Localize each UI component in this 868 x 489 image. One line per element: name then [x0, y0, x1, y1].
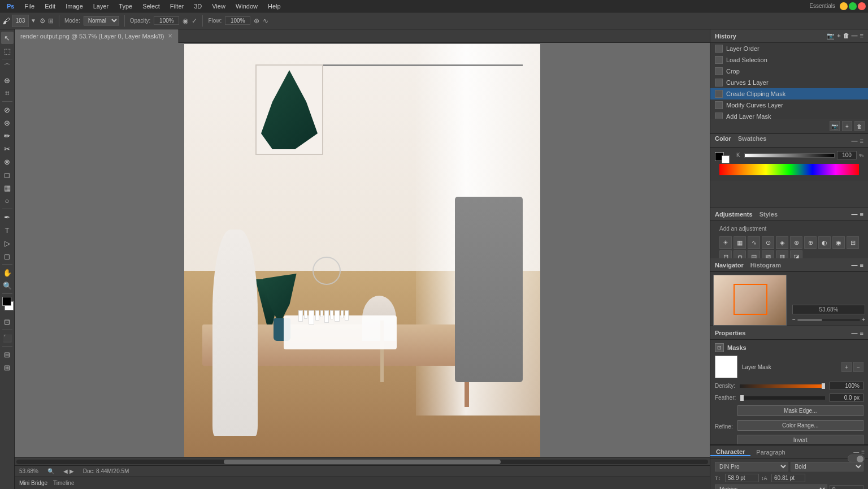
color-background-box[interactable]: [722, 155, 730, 163]
history-brush-tool[interactable]: ⊗: [1, 155, 14, 168]
char-tab-character[interactable]: Character: [710, 448, 750, 456]
timeline-tab[interactable]: Timeline: [53, 480, 74, 486]
font-family-select[interactable]: DIN Pro: [715, 462, 788, 471]
history-menu-icon[interactable]: ≡: [860, 32, 863, 40]
gradient-tool[interactable]: ▦: [1, 181, 14, 194]
history-item-active[interactable]: Create Clipping Mask: [710, 88, 868, 99]
opacity-input[interactable]: [154, 16, 179, 25]
menu-3d[interactable]: 3D: [189, 2, 206, 11]
adjustments-panel-header[interactable]: Adjustments Styles — ≡: [710, 207, 868, 221]
type-tool[interactable]: T: [1, 224, 14, 236]
menu-type[interactable]: Type: [114, 2, 137, 11]
blend-mode-select[interactable]: Normal Multiply Screen Overlay: [84, 16, 119, 25]
history-item[interactable]: Crop: [710, 66, 868, 77]
mask-add-icon[interactable]: +: [841, 362, 852, 372]
color-balance-icon[interactable]: ⊕: [804, 236, 817, 249]
menu-window[interactable]: Window: [231, 2, 262, 11]
history-new-doc-btn[interactable]: +: [842, 121, 852, 131]
eraser-tool[interactable]: ◻: [1, 168, 14, 181]
menu-select[interactable]: Select: [138, 2, 164, 11]
flow-input[interactable]: [225, 16, 250, 25]
history-item[interactable]: Load Selection: [710, 54, 868, 66]
menu-filter[interactable]: Filter: [166, 2, 188, 11]
shape-tool[interactable]: ◻: [1, 250, 14, 262]
history-snapshot-icon[interactable]: 📷: [827, 32, 835, 40]
photo-filter-icon[interactable]: ◉: [832, 236, 845, 249]
zoom-slider-track[interactable]: [797, 319, 860, 321]
brush-size-display[interactable]: 103: [12, 15, 29, 27]
layer-mask-box[interactable]: [715, 356, 737, 378]
color-k-input[interactable]: [837, 151, 857, 159]
heal-tool[interactable]: ⊛: [1, 116, 14, 129]
menu-ps[interactable]: Ps: [2, 2, 19, 11]
quick-mask-tool[interactable]: ⊡: [1, 315, 14, 328]
brush-tool[interactable]: ✏: [1, 129, 14, 142]
zoom-in-icon[interactable]: +: [862, 317, 865, 323]
tab-close-button[interactable]: ✕: [168, 33, 172, 39]
props-menu-icon[interactable]: ≡: [860, 330, 863, 336]
navigator-panel-header[interactable]: Navigator Histogram — ≡: [710, 258, 868, 272]
nav-collapse-icon[interactable]: —: [852, 262, 858, 269]
mini-bridge-tool[interactable]: ⊟: [1, 348, 14, 361]
color-spectrum[interactable]: [719, 164, 859, 175]
menu-image[interactable]: Image: [61, 2, 88, 11]
mini-bridge-tab[interactable]: Mini Bridge: [19, 480, 47, 486]
color-collapse-icon[interactable]: —: [852, 137, 858, 144]
nav-menu-icon[interactable]: ≡: [860, 262, 863, 269]
screen-mode-tool[interactable]: ⬛: [1, 332, 14, 344]
menu-edit[interactable]: Edit: [40, 2, 60, 11]
history-trash-btn[interactable]: 🗑: [854, 121, 865, 131]
exposure-icon[interactable]: ⊙: [762, 236, 774, 249]
hue-sat-icon[interactable]: ⊛: [790, 236, 802, 249]
move-tool[interactable]: ↖: [1, 32, 14, 44]
minimize-button[interactable]: [840, 2, 848, 10]
line-height-input[interactable]: [771, 474, 805, 482]
horizontal-scrollbar[interactable]: [15, 457, 710, 465]
invert-button[interactable]: Invert: [737, 435, 863, 444]
history-item[interactable]: Layer Order: [710, 43, 868, 54]
zoom-level-display[interactable]: 53.68%: [792, 305, 865, 314]
clone-tool[interactable]: ✂: [1, 142, 14, 155]
font-size-input[interactable]: [725, 474, 759, 482]
zoom-out-icon[interactable]: −: [792, 317, 796, 323]
smoothing-icon[interactable]: ∿: [263, 17, 268, 25]
brush-options-icon1[interactable]: ⚙: [40, 17, 46, 25]
mask-edge-button[interactable]: Mask Edge...: [737, 405, 863, 416]
eyedropper-tool[interactable]: ⊘: [1, 103, 14, 116]
nav-arrows[interactable]: ◀ ▶: [63, 468, 74, 474]
color-k-slider[interactable]: [744, 153, 835, 158]
font-style-select[interactable]: Bold: [791, 462, 864, 471]
vibrance-icon[interactable]: ◈: [776, 236, 788, 249]
layer-filter-toggle[interactable]: [848, 455, 865, 462]
history-delete-icon[interactable]: 🗑: [843, 32, 849, 40]
color-tab-color[interactable]: Color: [715, 135, 738, 146]
levels-icon[interactable]: ▦: [734, 236, 746, 249]
color-menu-icon[interactable]: ≡: [860, 137, 863, 144]
adj-collapse-icon[interactable]: —: [852, 211, 858, 218]
history-collapse-icon[interactable]: —: [852, 32, 858, 40]
history-item[interactable]: Add Layer Mask: [710, 111, 868, 119]
char-tab-paragraph[interactable]: Paragraph: [750, 449, 791, 456]
props-collapse-icon[interactable]: —: [852, 330, 858, 336]
pen-tool[interactable]: ✒: [1, 211, 14, 223]
maximize-button[interactable]: [849, 2, 857, 10]
path-select-tool[interactable]: ▷: [1, 237, 14, 249]
lasso-tool[interactable]: ⌒: [1, 61, 14, 73]
adj-tab-adjustments[interactable]: Adjustments: [715, 211, 753, 218]
scroll-thumb[interactable]: [224, 460, 501, 464]
nav-tab-histogram[interactable]: Histogram: [750, 262, 781, 269]
adj-menu-icon[interactable]: ≡: [860, 211, 863, 218]
properties-panel-header[interactable]: Properties — ≡: [710, 326, 868, 340]
mask-subtract-icon[interactable]: −: [853, 362, 863, 372]
bw-icon[interactable]: ◐: [818, 236, 831, 249]
menu-layer[interactable]: Layer: [89, 2, 114, 11]
quick-select-tool[interactable]: ⊕: [1, 74, 14, 86]
dodge-tool[interactable]: ○: [1, 194, 14, 207]
menu-view[interactable]: View: [207, 2, 230, 11]
history-item[interactable]: Modify Curves Layer: [710, 99, 868, 111]
color-panel-header[interactable]: Color Swatches — ≡: [710, 134, 868, 148]
history-item[interactable]: Curves 1 Layer: [710, 77, 868, 88]
zoom-tool[interactable]: 🔍: [1, 279, 14, 292]
channel-mixer-icon[interactable]: ⊞: [847, 236, 859, 249]
brush-options-icon2[interactable]: ⊞: [48, 17, 54, 25]
